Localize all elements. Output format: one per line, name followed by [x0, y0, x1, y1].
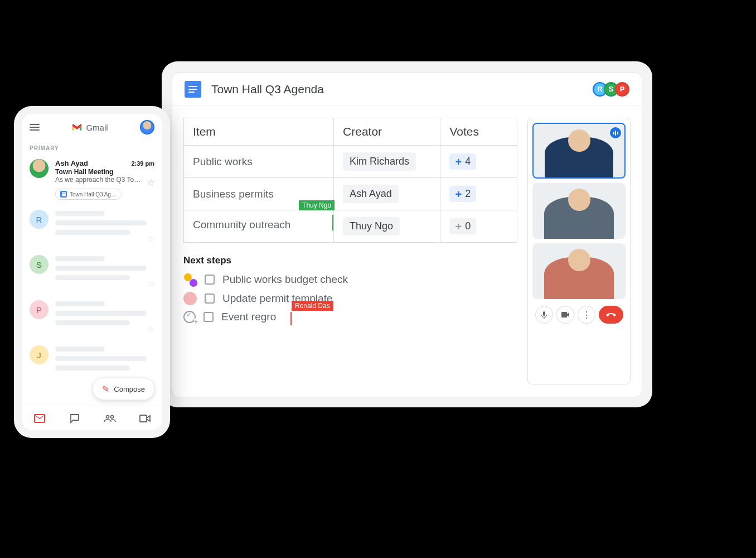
- gmail-app-name: Gmail: [86, 123, 108, 132]
- camera-icon: [561, 312, 569, 318]
- cell-votes[interactable]: +2: [440, 178, 517, 210]
- phone-device: Gmail PRIMARY Ash Ayad 2:39 pm Town Hall…: [14, 106, 170, 438]
- cell-item[interactable]: Public works: [184, 146, 334, 178]
- next-step-row[interactable]: Event regro Ronald Das: [183, 311, 517, 323]
- plus-icon: +: [455, 189, 462, 200]
- hang-up-button[interactable]: [599, 306, 623, 324]
- next-step-row[interactable]: Public works budget check: [183, 273, 517, 286]
- creator-chip[interactable]: Kim Richards: [343, 152, 416, 171]
- svg-point-1: [110, 415, 113, 418]
- doc-header: Town Hall Q3 Agenda R S P: [172, 73, 642, 105]
- meet-icon: [139, 415, 151, 422]
- next-step-text[interactable]: Public works budget check: [222, 273, 348, 286]
- attachment-chip[interactable]: Town Hall Q3 Ag…: [55, 189, 122, 200]
- next-step-row[interactable]: Update permit template: [183, 292, 517, 305]
- vote-chip[interactable]: +4: [449, 153, 476, 170]
- video-tile[interactable]: [532, 123, 626, 179]
- email-item[interactable]: S ☆: [22, 249, 162, 295]
- sender-avatar[interactable]: S: [30, 255, 49, 274]
- agenda-table[interactable]: Item Creator Votes Public works Kim Rich…: [183, 118, 517, 243]
- email-item[interactable]: Ash Ayad 2:39 pm Town Hall Meeting As we…: [22, 155, 162, 204]
- cell-votes[interactable]: +0: [440, 210, 517, 243]
- assignee-avatar[interactable]: [183, 292, 197, 305]
- creator-chip[interactable]: Ash Ayad: [343, 185, 399, 203]
- table-header-item: Item: [184, 118, 334, 146]
- sender-avatar[interactable]: J: [30, 345, 49, 364]
- docs-app-icon[interactable]: [185, 81, 201, 98]
- vote-count: 4: [465, 156, 471, 167]
- speaking-indicator-icon: [610, 127, 621, 138]
- cell-creator[interactable]: Kim Richards: [334, 146, 440, 178]
- star-icon[interactable]: ☆: [147, 177, 154, 187]
- cell-votes[interactable]: +4: [440, 146, 517, 178]
- email-item[interactable]: P ☆: [22, 295, 162, 340]
- checkbox[interactable]: [203, 312, 214, 322]
- more-options-button[interactable]: ⋮: [578, 306, 595, 324]
- mic-button[interactable]: [535, 306, 553, 324]
- checkbox[interactable]: [205, 275, 215, 285]
- sender-avatar[interactable]: P: [30, 300, 49, 319]
- vote-count: 2: [465, 188, 471, 200]
- vote-chip[interactable]: +0: [449, 218, 476, 234]
- nav-spaces-button[interactable]: [104, 413, 116, 424]
- gmail-logo: Gmail: [50, 123, 130, 132]
- nav-chat-button[interactable]: [69, 413, 81, 424]
- pencil-icon: ✎: [102, 384, 109, 395]
- cell-creator[interactable]: Ash Ayad: [334, 178, 440, 210]
- bottom-nav: [22, 406, 162, 430]
- star-icon[interactable]: ☆: [147, 279, 154, 289]
- email-item[interactable]: R ☆: [22, 204, 162, 249]
- presence-cursor-red: [290, 312, 292, 325]
- svg-point-0: [106, 415, 109, 418]
- sender-avatar[interactable]: [30, 159, 49, 178]
- camera-button[interactable]: [556, 306, 574, 324]
- hang-up-icon: [606, 312, 616, 318]
- docs-chip-icon: [60, 191, 67, 198]
- next-step-text-span: Event regro: [221, 311, 276, 323]
- checkbox[interactable]: [205, 294, 215, 304]
- creator-chip[interactable]: Thuy Ngo: [343, 217, 400, 235]
- vote-chip[interactable]: +2: [449, 186, 476, 202]
- cell-item[interactable]: Community outreach Thuy Ngo: [184, 210, 334, 243]
- gmail-app: Gmail PRIMARY Ash Ayad 2:39 pm Town Hall…: [22, 114, 162, 430]
- chat-icon: [70, 413, 80, 424]
- gmail-m-icon: [71, 123, 83, 132]
- menu-button[interactable]: [30, 124, 40, 131]
- mail-icon: [34, 414, 45, 423]
- table-row[interactable]: Business permits Ash Ayad +2: [184, 178, 517, 210]
- inbox-section-label: PRIMARY: [22, 141, 162, 155]
- meet-panel: ⋮: [527, 118, 631, 384]
- mic-icon: [541, 311, 547, 319]
- meet-controls: ⋮: [532, 304, 626, 324]
- star-icon[interactable]: ☆: [147, 234, 154, 244]
- presence-label-green: Thuy Ngo: [299, 200, 335, 210]
- collaborator-badge-p[interactable]: P: [615, 82, 629, 97]
- attachment-name: Town Hall Q3 Ag…: [70, 191, 117, 198]
- email-preview: As we approach the Q3 Town Ha…: [55, 176, 144, 184]
- video-tile[interactable]: [532, 243, 626, 299]
- video-tile[interactable]: [532, 183, 626, 239]
- email-time: 2:39 pm: [131, 160, 154, 167]
- plus-icon: +: [455, 156, 462, 167]
- star-icon[interactable]: ☆: [147, 324, 154, 334]
- assign-task-icon[interactable]: [183, 311, 196, 323]
- compose-label: Compose: [114, 385, 145, 393]
- compose-button[interactable]: ✎ Compose: [93, 378, 154, 400]
- laptop-device: Town Hall Q3 Agenda R S P Item Creator V…: [162, 61, 652, 407]
- nav-mail-button[interactable]: [33, 413, 46, 424]
- presence-label-red: Ronald Das: [292, 301, 333, 311]
- assignee-avatars[interactable]: [183, 273, 197, 286]
- cell-creator[interactable]: Thuy Ngo: [334, 210, 440, 243]
- spaces-icon: [104, 415, 116, 422]
- table-row[interactable]: Public works Kim Richards +4: [184, 146, 517, 178]
- profile-avatar[interactable]: [140, 120, 154, 134]
- nav-meet-button[interactable]: [139, 413, 151, 424]
- sender-avatar[interactable]: R: [30, 210, 49, 229]
- table-row[interactable]: Community outreach Thuy Ngo Thuy Ngo +0: [184, 210, 517, 243]
- kebab-icon: ⋮: [582, 310, 590, 320]
- doc-main[interactable]: Item Creator Votes Public works Kim Rich…: [183, 118, 517, 384]
- doc-title[interactable]: Town Hall Q3 Agenda: [211, 83, 596, 96]
- next-step-text[interactable]: Event regro Ronald Das: [221, 311, 276, 323]
- docs-window: Town Hall Q3 Agenda R S P Item Creator V…: [172, 73, 642, 397]
- gmail-header: Gmail: [22, 114, 162, 141]
